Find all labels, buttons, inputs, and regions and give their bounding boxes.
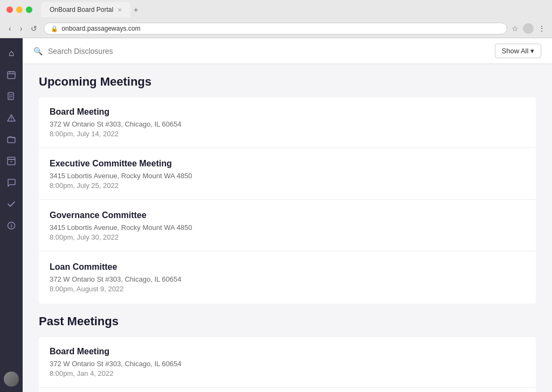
meeting-name: Loan Committee: [50, 262, 525, 272]
sidebar-item-info[interactable]: [2, 216, 21, 235]
upcoming-section-title: Upcoming Meetings: [39, 75, 536, 89]
meeting-name: Governance Committee: [50, 211, 525, 220]
sidebar-item-calendar[interactable]: [2, 65, 21, 85]
lock-icon: 🔒: [51, 25, 58, 32]
browser-chrome: OnBoard Board Portal ✕ + ‹ › ↺ 🔒 onboard…: [0, 0, 552, 38]
svg-rect-13: [8, 159, 15, 165]
show-all-button[interactable]: Show All ▾: [495, 44, 541, 58]
browser-tab[interactable]: OnBoard Board Portal ✕: [41, 2, 130, 17]
upcoming-meetings-group: Board Meeting 372 W Ontario St #303, Chi…: [39, 97, 536, 304]
maximize-button[interactable]: [26, 6, 32, 13]
user-avatar[interactable]: [4, 372, 19, 387]
sidebar: ⌂: [0, 38, 23, 392]
upcoming-meeting-3[interactable]: Governance Committee 3415 Lobortis Avenu…: [39, 201, 536, 251]
sidebar-item-alerts[interactable]: [2, 108, 21, 128]
past-meeting-1[interactable]: Board Meeting 372 W Ontario St #303, Chi…: [39, 337, 536, 388]
search-bar: 🔍 Show All ▾: [23, 38, 552, 64]
browser-menu-icon[interactable]: ⋮: [538, 24, 546, 33]
meeting-time: 8:00pm, July 25, 2022: [50, 181, 525, 190]
meeting-address: 372 W Ontario St #303, Chicago, IL 60654: [50, 120, 525, 128]
app-container: ⌂: [0, 38, 552, 392]
meeting-address: 3415 Lobortis Avenue, Rocky Mount WA 485…: [50, 172, 525, 180]
meeting-name: Board Meeting: [50, 347, 525, 356]
svg-rect-0: [8, 72, 15, 79]
minimize-button[interactable]: [16, 6, 23, 13]
meeting-time: 8:00pm, July 30, 2022: [50, 233, 525, 241]
address-bar: ‹ › ↺ 🔒 onboard.passageways.com ☆ ⋮: [0, 19, 552, 38]
past-meetings-group: Board Meeting 372 W Ontario St #303, Chi…: [39, 337, 536, 392]
meeting-time: 8:00pm, July 14, 2022: [50, 130, 525, 138]
meeting-address: 3415 Lobortis Avenue, Rocky Mount WA 485…: [50, 223, 525, 232]
traffic-lights: [6, 6, 32, 13]
url-text: onboard.passageways.com: [61, 25, 140, 32]
upcoming-meeting-4[interactable]: Loan Committee 372 W Ontario St #303, Ch…: [39, 253, 536, 303]
search-input[interactable]: [48, 47, 489, 55]
past-meetings-section: Past Meetings Board Meeting 372 W Ontari…: [39, 314, 536, 392]
sidebar-item-archive[interactable]: [2, 151, 21, 171]
search-icon: 🔍: [33, 47, 43, 55]
meeting-address: 372 W Ontario St #303, Chicago, IL 60654: [50, 275, 525, 283]
upcoming-meeting-1[interactable]: Board Meeting 372 W Ontario St #303, Chi…: [39, 97, 536, 148]
sidebar-item-tasks[interactable]: [2, 194, 21, 214]
sidebar-bottom: [4, 372, 19, 387]
meeting-address: 372 W Ontario St #303, Chicago, IL 60654: [50, 360, 525, 368]
new-tab-button[interactable]: +: [134, 5, 138, 14]
tab-close-icon[interactable]: ✕: [118, 7, 122, 13]
meeting-time: 8:00pm, August 9, 2022: [50, 285, 525, 293]
past-section-title: Past Meetings: [39, 314, 536, 328]
past-meeting-2[interactable]: Governance Committee 372 W Ontario St #3…: [39, 389, 536, 392]
upcoming-meeting-2[interactable]: Executive Committee Meeting 3415 Loborti…: [39, 149, 536, 200]
sidebar-item-home[interactable]: ⌂: [2, 44, 21, 63]
close-button[interactable]: [6, 6, 13, 13]
svg-point-17: [11, 223, 12, 225]
sidebar-item-messages[interactable]: [2, 173, 21, 192]
main-content: 🔍 Show All ▾ Upcoming Meetings Board Mee…: [23, 38, 552, 392]
profile-avatar[interactable]: [523, 23, 534, 34]
sidebar-item-files[interactable]: [2, 130, 21, 149]
forward-button[interactable]: ›: [18, 23, 25, 34]
meeting-name: Executive Committee Meeting: [50, 159, 525, 169]
bookmark-icon[interactable]: ☆: [512, 24, 519, 33]
meeting-name: Board Meeting: [50, 107, 525, 117]
refresh-button[interactable]: ↺: [29, 23, 39, 34]
back-button[interactable]: ‹: [6, 23, 13, 34]
title-bar: OnBoard Board Portal ✕ +: [0, 0, 552, 19]
sidebar-item-documents[interactable]: [2, 87, 21, 106]
meeting-time: 8:00pm, Jan 4, 2022: [50, 369, 525, 377]
url-bar[interactable]: 🔒 onboard.passageways.com: [44, 23, 507, 34]
content-area: Upcoming Meetings Board Meeting 372 W On…: [23, 64, 552, 392]
svg-point-10: [11, 120, 12, 121]
tab-title: OnBoard Board Portal: [50, 6, 113, 13]
